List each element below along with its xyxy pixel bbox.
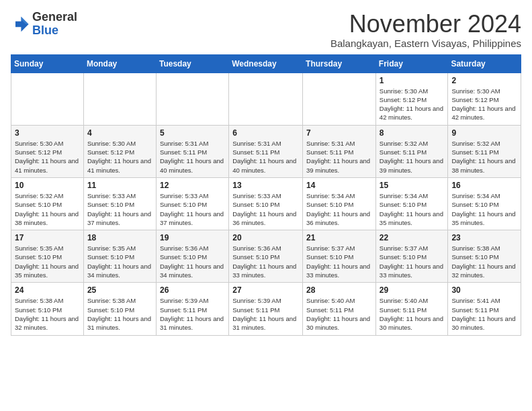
day-info: Sunrise: 5:40 AM Sunset: 5:11 PM Dayligh… [380,296,445,332]
day-number: 18 [87,233,152,242]
calendar-cell: 27Sunrise: 5:39 AM Sunset: 5:11 PM Dayli… [229,283,303,335]
day-number: 6 [232,128,299,138]
day-number: 1 [380,76,445,85]
calendar-cell: 22Sunrise: 5:37 AM Sunset: 5:10 PM Dayli… [375,230,448,283]
day-number: 29 [380,285,445,295]
calendar-cell [156,73,228,125]
day-number: 7 [306,128,372,138]
calendar-header-friday: Friday [375,54,448,73]
calendar-week-5: 24Sunrise: 5:38 AM Sunset: 5:10 PM Dayli… [11,283,521,335]
calendar-cell: 14Sunrise: 5:34 AM Sunset: 5:10 PM Dayli… [303,177,376,230]
day-info: Sunrise: 5:30 AM Sunset: 5:12 PM Dayligh… [15,139,80,175]
calendar-cell [11,73,84,125]
calendar-cell: 18Sunrise: 5:35 AM Sunset: 5:10 PM Dayli… [83,230,156,283]
calendar-cell: 17Sunrise: 5:35 AM Sunset: 5:10 PM Dayli… [11,230,84,283]
calendar-cell: 7Sunrise: 5:31 AM Sunset: 5:11 PM Daylig… [303,125,376,177]
calendar-cell: 2Sunrise: 5:30 AM Sunset: 5:12 PM Daylig… [448,73,521,125]
day-info: Sunrise: 5:30 AM Sunset: 5:12 PM Dayligh… [451,87,517,122]
day-number: 28 [306,285,372,295]
calendar-cell: 9Sunrise: 5:32 AM Sunset: 5:11 PM Daylig… [448,125,521,177]
day-info: Sunrise: 5:39 AM Sunset: 5:11 PM Dayligh… [232,296,299,332]
day-number: 10 [15,181,80,190]
logo-blue: Blue [32,24,77,38]
day-info: Sunrise: 5:37 AM Sunset: 5:10 PM Dayligh… [380,244,445,279]
day-info: Sunrise: 5:31 AM Sunset: 5:11 PM Dayligh… [160,139,225,175]
location: Balangkayan, Eastern Visayas, Philippine… [330,38,521,49]
day-info: Sunrise: 5:34 AM Sunset: 5:10 PM Dayligh… [380,191,445,227]
day-info: Sunrise: 5:32 AM Sunset: 5:11 PM Dayligh… [451,139,517,175]
calendar-cell [83,73,156,125]
calendar-cell: 6Sunrise: 5:31 AM Sunset: 5:11 PM Daylig… [229,125,303,177]
calendar-cell: 10Sunrise: 5:32 AM Sunset: 5:10 PM Dayli… [11,177,84,230]
day-number: 26 [160,285,225,295]
calendar-header-thursday: Thursday [303,54,376,73]
day-info: Sunrise: 5:37 AM Sunset: 5:10 PM Dayligh… [306,244,372,279]
day-number: 22 [380,233,445,242]
calendar-cell: 24Sunrise: 5:38 AM Sunset: 5:10 PM Dayli… [11,283,84,335]
day-info: Sunrise: 5:30 AM Sunset: 5:12 PM Dayligh… [380,87,445,122]
logo-icon [11,15,30,34]
calendar-week-2: 3Sunrise: 5:30 AM Sunset: 5:12 PM Daylig… [11,125,521,177]
page-header: General Blue November 2024 Balangkayan, … [11,11,521,49]
day-number: 9 [451,128,517,138]
day-info: Sunrise: 5:34 AM Sunset: 5:10 PM Dayligh… [306,191,372,227]
calendar-week-4: 17Sunrise: 5:35 AM Sunset: 5:10 PM Dayli… [11,230,521,283]
day-number: 15 [380,181,445,190]
day-number: 21 [306,233,372,242]
calendar-cell: 3Sunrise: 5:30 AM Sunset: 5:12 PM Daylig… [11,125,84,177]
calendar-cell: 28Sunrise: 5:40 AM Sunset: 5:11 PM Dayli… [303,283,376,335]
day-info: Sunrise: 5:38 AM Sunset: 5:10 PM Dayligh… [87,296,152,332]
day-info: Sunrise: 5:36 AM Sunset: 5:10 PM Dayligh… [160,244,225,279]
calendar-cell: 16Sunrise: 5:34 AM Sunset: 5:10 PM Dayli… [448,177,521,230]
calendar-week-1: 1Sunrise: 5:30 AM Sunset: 5:12 PM Daylig… [11,73,521,125]
calendar-cell: 29Sunrise: 5:40 AM Sunset: 5:11 PM Dayli… [375,283,448,335]
day-number: 19 [160,233,225,242]
calendar-cell: 5Sunrise: 5:31 AM Sunset: 5:11 PM Daylig… [156,125,228,177]
day-info: Sunrise: 5:32 AM Sunset: 5:11 PM Dayligh… [380,139,445,175]
calendar-cell [229,73,303,125]
day-info: Sunrise: 5:33 AM Sunset: 5:10 PM Dayligh… [232,191,299,227]
day-info: Sunrise: 5:31 AM Sunset: 5:11 PM Dayligh… [232,139,299,175]
calendar-cell: 11Sunrise: 5:33 AM Sunset: 5:10 PM Dayli… [83,177,156,230]
calendar-cell: 21Sunrise: 5:37 AM Sunset: 5:10 PM Dayli… [303,230,376,283]
day-number: 14 [306,181,372,190]
day-number: 17 [15,233,80,242]
calendar-header-monday: Monday [83,54,156,73]
day-number: 20 [232,233,299,242]
calendar-header-saturday: Saturday [448,54,521,73]
day-info: Sunrise: 5:33 AM Sunset: 5:10 PM Dayligh… [87,191,152,227]
calendar-cell: 15Sunrise: 5:34 AM Sunset: 5:10 PM Dayli… [375,177,448,230]
calendar-cell: 4Sunrise: 5:30 AM Sunset: 5:12 PM Daylig… [83,125,156,177]
calendar-cell: 30Sunrise: 5:41 AM Sunset: 5:11 PM Dayli… [448,283,521,335]
day-number: 11 [87,181,152,190]
day-number: 30 [451,285,517,295]
day-info: Sunrise: 5:41 AM Sunset: 5:11 PM Dayligh… [451,296,517,332]
calendar-header-sunday: Sunday [11,54,84,73]
day-info: Sunrise: 5:34 AM Sunset: 5:10 PM Dayligh… [451,191,517,227]
month-title: November 2024 [330,11,521,38]
day-info: Sunrise: 5:40 AM Sunset: 5:11 PM Dayligh… [306,296,372,332]
logo-general: General [32,11,77,24]
day-info: Sunrise: 5:35 AM Sunset: 5:10 PM Dayligh… [87,244,152,279]
calendar-cell: 23Sunrise: 5:38 AM Sunset: 5:10 PM Dayli… [448,230,521,283]
calendar-cell: 1Sunrise: 5:30 AM Sunset: 5:12 PM Daylig… [375,73,448,125]
calendar-cell: 8Sunrise: 5:32 AM Sunset: 5:11 PM Daylig… [375,125,448,177]
day-number: 16 [451,181,517,190]
day-info: Sunrise: 5:31 AM Sunset: 5:11 PM Dayligh… [306,139,372,175]
calendar-cell: 13Sunrise: 5:33 AM Sunset: 5:10 PM Dayli… [229,177,303,230]
day-number: 2 [451,76,517,85]
day-number: 4 [87,128,152,138]
day-number: 27 [232,285,299,295]
calendar-cell: 20Sunrise: 5:36 AM Sunset: 5:10 PM Dayli… [229,230,303,283]
day-number: 8 [380,128,445,138]
calendar-week-3: 10Sunrise: 5:32 AM Sunset: 5:10 PM Dayli… [11,177,521,230]
day-number: 12 [160,181,225,190]
day-number: 24 [15,285,80,295]
day-info: Sunrise: 5:33 AM Sunset: 5:10 PM Dayligh… [160,191,225,227]
calendar-cell: 12Sunrise: 5:33 AM Sunset: 5:10 PM Dayli… [156,177,228,230]
calendar-cell: 26Sunrise: 5:39 AM Sunset: 5:11 PM Dayli… [156,283,228,335]
day-number: 5 [160,128,225,138]
calendar-cell [303,73,376,125]
calendar-table: SundayMondayTuesdayWednesdayThursdayFrid… [11,54,521,336]
day-info: Sunrise: 5:35 AM Sunset: 5:10 PM Dayligh… [15,244,80,279]
